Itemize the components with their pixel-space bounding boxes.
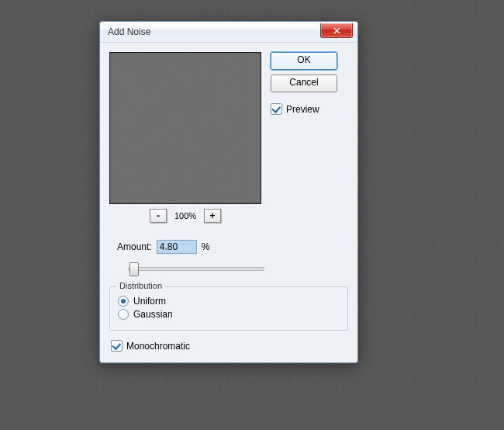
- zoom-out-button[interactable]: -: [150, 209, 167, 223]
- distribution-fieldset: Distribution Uniform Gaussian: [109, 286, 348, 331]
- actions-column: OK Cancel Preview: [271, 52, 337, 223]
- titlebar[interactable]: Add Noise: [100, 22, 357, 43]
- preview-checkbox[interactable]: [271, 103, 282, 115]
- close-button[interactable]: [320, 23, 353, 38]
- minus-icon: -: [157, 211, 160, 220]
- cancel-button[interactable]: Cancel: [271, 75, 337, 92]
- slider-thumb[interactable]: [129, 262, 139, 276]
- top-row: - 100% + OK Cancel Preview: [109, 52, 348, 223]
- monochromatic-label: Monochromatic: [126, 341, 190, 352]
- uniform-radio[interactable]: [118, 296, 129, 307]
- uniform-radio-label: Uniform: [133, 296, 166, 307]
- gaussian-radio[interactable]: [118, 309, 129, 320]
- plus-icon: +: [210, 211, 216, 220]
- dialog-title: Add Noise: [108, 26, 150, 37]
- amount-input[interactable]: [157, 240, 197, 254]
- dialog-body: - 100% + OK Cancel Preview Amount:: [100, 43, 357, 362]
- uniform-radio-row: Uniform: [118, 296, 340, 307]
- monochromatic-row: Monochromatic: [111, 340, 348, 352]
- close-icon: [333, 27, 340, 34]
- preview-checkbox-label: Preview: [286, 104, 319, 115]
- distribution-legend: Distribution: [116, 281, 165, 290]
- gaussian-radio-label: Gaussian: [133, 309, 173, 320]
- slider-track: [128, 267, 264, 271]
- zoom-value: 100%: [174, 211, 196, 220]
- preview-checkbox-row: Preview: [271, 103, 337, 115]
- preview-column: - 100% +: [109, 52, 261, 223]
- zoom-controls: - 100% +: [150, 209, 221, 223]
- zoom-in-button[interactable]: +: [204, 209, 221, 223]
- amount-label: Amount:: [117, 241, 152, 252]
- amount-unit: %: [202, 241, 210, 252]
- preview-canvas[interactable]: [109, 52, 261, 204]
- amount-slider[interactable]: [128, 260, 264, 276]
- add-noise-dialog: Add Noise - 100% + OK Canc: [99, 21, 358, 363]
- gaussian-radio-row: Gaussian: [118, 309, 340, 320]
- monochromatic-checkbox[interactable]: [111, 340, 123, 352]
- ok-button[interactable]: OK: [271, 52, 337, 70]
- amount-row: Amount: %: [117, 240, 348, 254]
